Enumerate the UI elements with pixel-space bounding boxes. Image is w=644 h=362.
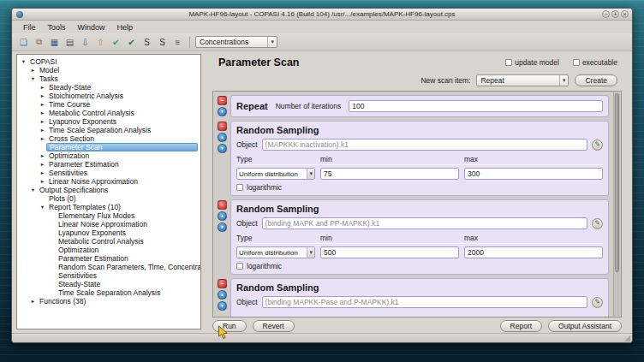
close-button[interactable]: × (621, 10, 629, 18)
tree-item-sensitivities[interactable]: ►Sensitivities (17, 169, 200, 177)
menu-tools[interactable]: Tools (42, 21, 72, 33)
scan-scrollbar[interactable] (613, 92, 620, 316)
tree-item-copasi[interactable]: ▼COPASI (17, 57, 200, 66)
menu-file[interactable]: File (17, 21, 42, 33)
new-file-icon[interactable]: ❏ (17, 36, 30, 49)
move-up-button[interactable]: ▲ (218, 290, 227, 300)
max-input[interactable]: 2000 (464, 246, 603, 258)
tree-item-steady-state[interactable]: ►Steady-State (17, 83, 200, 92)
titlebar[interactable]: MAPK-HF96-layout - COPASI 4.16 (Build 10… (12, 9, 632, 21)
logarithmic-checkbox[interactable]: logarithmic (236, 183, 603, 192)
maximize-button[interactable]: + (611, 10, 619, 18)
stoichiometry-icon[interactable]: S (156, 36, 169, 49)
delete-item-button[interactable]: − (218, 200, 227, 210)
import-icon[interactable]: ⇧ (94, 36, 107, 49)
move-down-button[interactable]: ▼ (218, 144, 227, 153)
tree-item-parameter-estimation[interactable]: ►Parameter Estimation (17, 160, 200, 169)
expand-arrow-icon[interactable]: ► (39, 117, 46, 126)
export-icon[interactable]: ⇩ (79, 36, 92, 49)
min-input[interactable]: 75 (320, 168, 459, 180)
executable-checkbox[interactable]: executable (573, 58, 617, 67)
tree-item-elementary-flux-modes[interactable]: Elementary Flux Modes (17, 211, 200, 220)
move-down-button[interactable]: ▼ (218, 223, 227, 232)
minimize-button[interactable]: − (602, 10, 610, 18)
tree-item-steady-state[interactable]: Steady-State (17, 280, 200, 288)
model-tree[interactable]: ▼COPASI►Model▼Tasks►Steady-State►Stoichi… (16, 54, 201, 329)
select-object-button[interactable]: ✎ (592, 218, 603, 229)
tree-item-time-course[interactable]: ►Time Course (17, 100, 200, 109)
save-icon[interactable]: ▦ (48, 36, 61, 49)
tree-item-linear-noise-approximation[interactable]: ►Linear Noise Approximation (17, 177, 200, 186)
tree-item-time-scale-separation-analysis[interactable]: Time Scale Separation Analysis (17, 288, 200, 297)
expand-arrow-icon[interactable]: ► (39, 109, 46, 117)
delete-item-button[interactable]: − (218, 279, 227, 288)
distribution-select[interactable]: Uniform distribution▾ (236, 168, 315, 180)
collapse-arrow-icon[interactable]: ▼ (39, 203, 46, 211)
collapse-arrow-icon[interactable]: ▼ (20, 57, 27, 66)
open-file-icon[interactable]: ⧉ (33, 36, 45, 49)
max-input[interactable]: 300 (464, 168, 603, 180)
tree-item-lyapunov-exponents[interactable]: ►Lyapunov Exponents (17, 117, 200, 126)
expand-arrow-icon[interactable]: ► (39, 126, 46, 134)
scrollbar-thumb[interactable] (615, 93, 619, 272)
select-object-button[interactable]: ✎ (592, 139, 603, 151)
tree-item-model[interactable]: ►Model (17, 66, 200, 74)
output-assistant-button[interactable]: Output Assistant (548, 320, 622, 332)
collapse-arrow-icon[interactable]: ▼ (29, 74, 37, 83)
menu-window[interactable]: Window (72, 21, 111, 33)
tree-item-time-scale-separation-analysis[interactable]: ►Time Scale Separation Analysis (17, 126, 200, 134)
tree-item-plots-0[interactable]: Plots (0) (17, 194, 200, 203)
expand-arrow-icon[interactable]: ► (39, 100, 46, 109)
tree-item-tasks[interactable]: ▼Tasks (17, 74, 200, 83)
new-scan-item-select[interactable]: Repeat ▾ (476, 74, 569, 86)
logarithmic-checkbox[interactable]: logarithmic (236, 262, 603, 270)
expand-arrow-icon[interactable]: ► (39, 83, 46, 92)
commit-icon[interactable]: ✔ (125, 36, 138, 49)
expand-arrow-icon[interactable]: ► (29, 66, 37, 74)
distribution-select[interactable]: Uniform distribution▾ (236, 246, 315, 258)
select-object-button[interactable]: ✎ (592, 297, 603, 308)
tree-item-cross-section[interactable]: ►Cross Section (17, 134, 200, 143)
tree-item-sensitivities[interactable]: Sensitivities (17, 271, 200, 280)
expand-arrow-icon[interactable]: ► (39, 134, 46, 143)
min-input[interactable]: 500 (320, 246, 459, 258)
steady-state-icon[interactable]: S (140, 36, 153, 49)
tree-item-metabolic-control-analysis[interactable]: ►Metabolic Control Analysis (17, 109, 200, 117)
tree-item-parameter-scan[interactable]: Parameter Scan (17, 143, 200, 151)
delete-item-button[interactable]: − (218, 96, 227, 105)
expand-arrow-icon[interactable]: ► (39, 177, 46, 186)
tree-item-output-specifications[interactable]: ▼Output Specifications (17, 186, 200, 194)
move-up-button[interactable]: ▲ (218, 211, 227, 221)
delete-item-button[interactable]: − (218, 122, 227, 131)
collapse-arrow-icon[interactable]: ▼ (29, 186, 37, 194)
move-down-button[interactable]: ▼ (218, 107, 227, 116)
tree-item-optimization[interactable]: ►Optimization (17, 151, 200, 160)
create-button[interactable]: Create (575, 74, 617, 86)
resize-grip[interactable] (624, 335, 630, 341)
tree-item-linear-noise-approximation[interactable]: Linear Noise Approximation (17, 220, 200, 228)
move-down-button[interactable]: ▼ (218, 301, 227, 311)
expand-arrow-icon[interactable]: ► (39, 92, 46, 100)
expand-arrow-icon[interactable]: ► (29, 297, 37, 306)
report-button[interactable]: Report (500, 320, 543, 332)
print-icon[interactable]: ▤ (63, 36, 76, 49)
expand-arrow-icon[interactable]: ► (39, 160, 46, 169)
iterations-input[interactable]: 100 (349, 100, 603, 112)
revert-button[interactable]: Revert (253, 320, 295, 332)
sliders-icon[interactable]: ≡ (171, 36, 184, 49)
expand-arrow-icon[interactable]: ► (39, 151, 46, 160)
tree-item-functions-38[interactable]: ►Functions (38) (17, 297, 200, 306)
tree-item-stoichiometric-analysis[interactable]: ►Stoichiometric Analysis (17, 92, 200, 100)
tree-item-report-templates-10[interactable]: ▼Report Templates (10) (17, 203, 200, 211)
tree-item-lyapunov-exponents[interactable]: Lyapunov Exponents (17, 228, 200, 237)
apply-icon[interactable]: ✔ (110, 36, 122, 49)
expand-arrow-icon[interactable]: ► (39, 169, 46, 177)
tree-item-parameter-estimation[interactable]: Parameter Estimation (17, 254, 200, 263)
tree-item-optimization[interactable]: Optimization (17, 246, 200, 254)
tree-item-random-scan-parameters-time-concentrations[interactable]: Random Scan Parameters, Time, Concentrat… (17, 263, 200, 271)
concentrations-combobox[interactable]: Concentrations ▾ (195, 36, 277, 48)
tree-item-metabolic-control-analysis[interactable]: Metabolic Control Analysis (17, 237, 200, 246)
update-model-checkbox[interactable]: update model (505, 58, 559, 67)
move-up-button[interactable]: ▲ (218, 133, 227, 142)
menu-help[interactable]: Help (111, 21, 140, 33)
